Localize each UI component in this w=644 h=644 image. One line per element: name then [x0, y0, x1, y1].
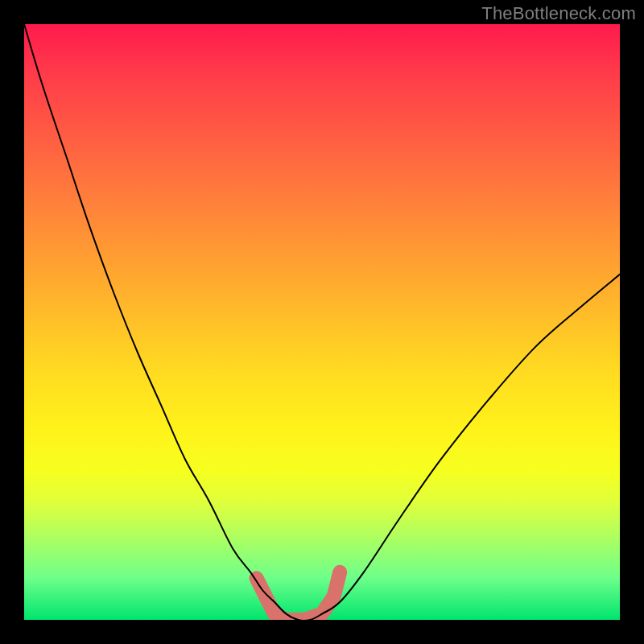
bottleneck-curve — [24, 24, 620, 620]
watermark-text: TheBottleneck.com — [481, 3, 636, 24]
chart-frame: TheBottleneck.com — [0, 0, 644, 644]
plot-area — [24, 24, 620, 620]
curve-layer — [24, 24, 620, 620]
